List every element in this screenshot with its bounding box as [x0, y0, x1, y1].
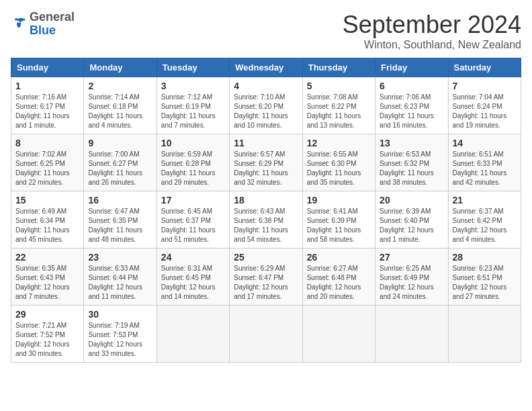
day-info: Sunrise: 6:37 AM Sunset: 6:42 PM Dayligh…	[453, 207, 517, 244]
day-info: Sunrise: 6:29 AM Sunset: 6:47 PM Dayligh…	[234, 264, 298, 302]
day-info: Sunrise: 6:25 AM Sunset: 6:49 PM Dayligh…	[380, 264, 443, 302]
calendar-day-cell: 20Sunrise: 6:39 AM Sunset: 6:40 PM Dayli…	[375, 191, 448, 248]
calendar-day-cell: 16Sunrise: 6:47 AM Sunset: 6:35 PM Dayli…	[84, 191, 157, 248]
day-number: 9	[88, 138, 152, 148]
day-info: Sunrise: 6:23 AM Sunset: 6:51 PM Dayligh…	[453, 264, 517, 302]
day-info: Sunrise: 6:47 AM Sunset: 6:35 PM Dayligh…	[88, 207, 152, 244]
calendar-week-row: 1Sunrise: 7:16 AM Sunset: 6:17 PM Daylig…	[11, 77, 521, 134]
logo-bird-icon	[11, 16, 27, 32]
day-info: Sunrise: 7:14 AM Sunset: 6:18 PM Dayligh…	[88, 93, 152, 130]
day-number: 12	[307, 138, 371, 148]
calendar-day-cell: 21Sunrise: 6:37 AM Sunset: 6:42 PM Dayli…	[448, 191, 521, 248]
day-info: Sunrise: 6:43 AM Sunset: 6:38 PM Dayligh…	[234, 207, 298, 244]
calendar-header-row: SundayMondayTuesdayWednesdayThursdayFrid…	[11, 58, 521, 77]
day-info: Sunrise: 6:53 AM Sunset: 6:32 PM Dayligh…	[380, 150, 443, 187]
day-number: 6	[380, 81, 443, 91]
calendar-day-cell: 12Sunrise: 6:55 AM Sunset: 6:30 PM Dayli…	[302, 134, 375, 191]
day-number: 3	[161, 81, 225, 91]
day-number: 13	[380, 138, 443, 148]
day-number: 26	[307, 252, 371, 263]
day-number: 17	[161, 195, 225, 205]
day-info: Sunrise: 6:27 AM Sunset: 6:48 PM Dayligh…	[307, 264, 371, 302]
day-info: Sunrise: 6:33 AM Sunset: 6:44 PM Dayligh…	[88, 264, 152, 302]
day-info: Sunrise: 7:04 AM Sunset: 6:24 PM Dayligh…	[453, 93, 517, 130]
day-info: Sunrise: 6:49 AM Sunset: 6:34 PM Dayligh…	[15, 207, 79, 244]
location-subtitle: Winton, Southland, New Zealand	[343, 39, 521, 51]
day-info: Sunrise: 7:10 AM Sunset: 6:20 PM Dayligh…	[234, 93, 298, 130]
day-number: 25	[234, 252, 298, 263]
day-info: Sunrise: 7:12 AM Sunset: 6:19 PM Dayligh…	[161, 93, 225, 130]
day-info: Sunrise: 7:08 AM Sunset: 6:22 PM Dayligh…	[307, 93, 371, 130]
calendar-day-cell: 22Sunrise: 6:35 AM Sunset: 6:43 PM Dayli…	[11, 248, 84, 306]
day-of-week-header: Wednesday	[230, 58, 302, 77]
day-number: 2	[88, 81, 152, 91]
day-number: 7	[453, 81, 517, 91]
calendar-day-cell: 3Sunrise: 7:12 AM Sunset: 6:19 PM Daylig…	[157, 77, 229, 134]
day-number: 22	[15, 252, 79, 263]
calendar-day-cell: 19Sunrise: 6:41 AM Sunset: 6:39 PM Dayli…	[302, 191, 375, 248]
day-number: 4	[234, 81, 298, 91]
day-number: 28	[453, 252, 517, 263]
day-of-week-header: Sunday	[11, 58, 84, 77]
calendar-day-cell	[302, 306, 375, 363]
day-info: Sunrise: 6:35 AM Sunset: 6:43 PM Dayligh…	[15, 264, 79, 302]
day-of-week-header: Friday	[375, 58, 448, 77]
day-number: 21	[453, 195, 517, 205]
calendar-table: SundayMondayTuesdayWednesdayThursdayFrid…	[11, 58, 521, 363]
calendar-day-cell: 25Sunrise: 6:29 AM Sunset: 6:47 PM Dayli…	[230, 248, 302, 306]
day-number: 24	[161, 252, 225, 263]
day-number: 20	[380, 195, 443, 205]
day-number: 30	[88, 309, 152, 320]
day-info: Sunrise: 6:41 AM Sunset: 6:39 PM Dayligh…	[307, 207, 371, 244]
day-number: 29	[15, 309, 79, 320]
month-title: September 2024	[343, 11, 521, 39]
calendar-day-cell: 9Sunrise: 7:00 AM Sunset: 6:27 PM Daylig…	[84, 134, 157, 191]
day-number: 23	[88, 252, 152, 263]
calendar-day-cell: 15Sunrise: 6:49 AM Sunset: 6:34 PM Dayli…	[11, 191, 84, 248]
calendar-day-cell	[375, 306, 448, 363]
calendar-day-cell: 5Sunrise: 7:08 AM Sunset: 6:22 PM Daylig…	[302, 77, 375, 134]
day-info: Sunrise: 6:39 AM Sunset: 6:40 PM Dayligh…	[380, 207, 443, 244]
calendar-week-row: 15Sunrise: 6:49 AM Sunset: 6:34 PM Dayli…	[11, 191, 521, 248]
calendar-day-cell: 24Sunrise: 6:31 AM Sunset: 6:45 PM Dayli…	[157, 248, 229, 306]
day-info: Sunrise: 6:45 AM Sunset: 6:37 PM Dayligh…	[161, 207, 225, 244]
day-info: Sunrise: 6:31 AM Sunset: 6:45 PM Dayligh…	[161, 264, 225, 302]
day-info: Sunrise: 7:21 AM Sunset: 7:52 PM Dayligh…	[15, 321, 79, 359]
day-number: 27	[380, 252, 443, 263]
day-of-week-header: Saturday	[448, 58, 521, 77]
calendar-week-row: 8Sunrise: 7:02 AM Sunset: 6:25 PM Daylig…	[11, 134, 521, 191]
calendar-day-cell: 27Sunrise: 6:25 AM Sunset: 6:49 PM Dayli…	[375, 248, 448, 306]
day-info: Sunrise: 7:00 AM Sunset: 6:27 PM Dayligh…	[88, 150, 152, 187]
day-info: Sunrise: 7:06 AM Sunset: 6:23 PM Dayligh…	[380, 93, 443, 130]
calendar-day-cell: 13Sunrise: 6:53 AM Sunset: 6:32 PM Dayli…	[375, 134, 448, 191]
day-number: 1	[15, 81, 79, 91]
calendar-day-cell: 1Sunrise: 7:16 AM Sunset: 6:17 PM Daylig…	[11, 77, 84, 134]
calendar-day-cell: 28Sunrise: 6:23 AM Sunset: 6:51 PM Dayli…	[448, 248, 521, 306]
calendar-day-cell: 23Sunrise: 6:33 AM Sunset: 6:44 PM Dayli…	[84, 248, 157, 306]
calendar-week-row: 22Sunrise: 6:35 AM Sunset: 6:43 PM Dayli…	[11, 248, 521, 306]
calendar-day-cell: 29Sunrise: 7:21 AM Sunset: 7:52 PM Dayli…	[11, 306, 84, 363]
calendar-day-cell: 4Sunrise: 7:10 AM Sunset: 6:20 PM Daylig…	[230, 77, 302, 134]
day-number: 8	[15, 138, 79, 148]
day-of-week-header: Monday	[84, 58, 157, 77]
day-number: 14	[453, 138, 517, 148]
day-number: 18	[234, 195, 298, 205]
calendar-day-cell: 7Sunrise: 7:04 AM Sunset: 6:24 PM Daylig…	[448, 77, 521, 134]
calendar-day-cell: 30Sunrise: 7:19 AM Sunset: 7:53 PM Dayli…	[84, 306, 157, 363]
calendar-day-cell: 26Sunrise: 6:27 AM Sunset: 6:48 PM Dayli…	[302, 248, 375, 306]
calendar-day-cell	[157, 306, 229, 363]
title-block: September 2024 Winton, Southland, New Ze…	[343, 11, 521, 51]
day-of-week-header: Thursday	[302, 58, 375, 77]
calendar-day-cell	[230, 306, 302, 363]
calendar-day-cell: 17Sunrise: 6:45 AM Sunset: 6:37 PM Dayli…	[157, 191, 229, 248]
day-number: 16	[88, 195, 152, 205]
calendar-day-cell: 2Sunrise: 7:14 AM Sunset: 6:18 PM Daylig…	[84, 77, 157, 134]
day-info: Sunrise: 7:19 AM Sunset: 7:53 PM Dayligh…	[88, 321, 152, 359]
day-number: 15	[15, 195, 79, 205]
page-header: General Blue September 2024 Winton, Sout…	[11, 11, 521, 51]
calendar-day-cell	[448, 306, 521, 363]
calendar-day-cell: 14Sunrise: 6:51 AM Sunset: 6:33 PM Dayli…	[448, 134, 521, 191]
calendar-day-cell: 6Sunrise: 7:06 AM Sunset: 6:23 PM Daylig…	[375, 77, 448, 134]
logo-text: General Blue	[30, 11, 75, 38]
day-info: Sunrise: 7:02 AM Sunset: 6:25 PM Dayligh…	[15, 150, 79, 187]
